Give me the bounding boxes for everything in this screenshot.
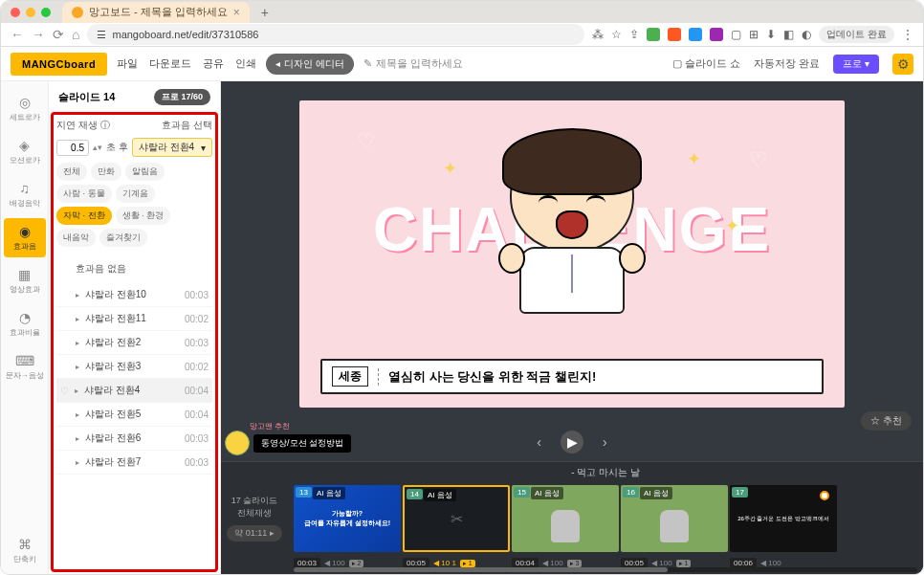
rail-setloca[interactable]: ◎세트로카 [4, 89, 46, 128]
canvas-area: CHALLENGE ✦ ✦ ✦ [221, 81, 923, 574]
download-icon[interactable]: ⬇ [766, 28, 776, 41]
thumb-audio-count[interactable]: ▸ 1 [676, 560, 692, 567]
play-icon[interactable]: ▸ [76, 363, 79, 371]
thumb-volume[interactable]: ◀ 100 [760, 559, 781, 567]
reload-button[interactable]: ⟳ [53, 27, 64, 42]
rail-motionloca[interactable]: ◈모션로카 [4, 132, 46, 171]
settings-button[interactable]: ⚙ [892, 54, 913, 75]
timeline-thumb[interactable]: 1726주간 즐거운 도전은 망고뱅크에서 [730, 485, 837, 552]
thumb-number: 13 [296, 487, 312, 498]
cat-life[interactable]: 생활 · 환경 [116, 207, 171, 225]
title-input[interactable]: ✎ 제목을 입력하세요 [363, 56, 663, 71]
profile-icon[interactable]: ◐ [802, 28, 811, 41]
play-button[interactable]: ▶ [561, 431, 583, 453]
play-icon[interactable]: ▸ [76, 315, 79, 323]
logo[interactable]: MANGCboard [11, 53, 107, 76]
thumb-volume[interactable]: ◀ 100 [651, 559, 672, 567]
prev-slide-button[interactable]: ‹ [537, 434, 541, 450]
heart-icon[interactable]: ♡ [60, 386, 69, 396]
browser-tab[interactable]: 망고보드 - 제목을 입력하세요 × [62, 2, 250, 23]
share-icon[interactable]: ⇪ [629, 28, 639, 41]
effect-row[interactable]: ▸샤랄라 전환500:04 [56, 403, 212, 427]
character-illustration [481, 138, 663, 348]
effect-duration: 00:02 [185, 362, 209, 372]
play-icon[interactable]: ▸ [76, 291, 79, 299]
cat-machine[interactable]: 기계음 [116, 185, 155, 203]
minimize-window-icon[interactable] [26, 8, 35, 17]
extensions-icon[interactable]: ◧ [783, 28, 794, 41]
menu-print[interactable]: 인쇄 [235, 56, 256, 71]
play-icon[interactable]: ▸ [76, 458, 79, 467]
rail-sfx[interactable]: ◉효과음 [4, 218, 46, 257]
slideshow-button[interactable]: ▢ 슬라이드 쇼 [672, 56, 740, 71]
effect-row[interactable]: ♡▸샤랄라 전환400:04 [56, 379, 212, 403]
effect-dropdown[interactable]: 샤랄라 전환4 ▾ [132, 138, 212, 157]
thumb-audio-count[interactable]: ▸ 2 [349, 560, 364, 567]
extension-icon[interactable] [668, 28, 681, 41]
menu-file[interactable]: 파일 [117, 56, 138, 71]
effect-row[interactable]: ▸샤랄라 전환700:03 [56, 451, 212, 475]
cat-person[interactable]: 사람 · 동물 [56, 185, 112, 203]
rail-videosfx[interactable]: ▦영상효과 [4, 261, 46, 300]
pro-badge[interactable]: 프로 ▾ [833, 55, 879, 74]
menu-download[interactable]: 다운로드 [149, 56, 191, 71]
timeline-thumb[interactable]: 14AI 음성✂ [403, 485, 510, 552]
cat-cartoon[interactable]: 만화 [91, 163, 121, 181]
close-window-icon[interactable] [11, 8, 20, 17]
bookmark-icon[interactable]: ☆ [611, 28, 622, 41]
design-editor-toggle[interactable]: ◂ 디자인 에디터 [266, 54, 354, 75]
play-icon[interactable]: ▸ [75, 387, 78, 395]
extension-icon[interactable] [710, 28, 723, 41]
play-icon[interactable]: ▸ [76, 410, 79, 419]
close-tab-icon[interactable]: × [233, 6, 240, 19]
thumb-volume[interactable]: ◀ 100 [324, 559, 345, 567]
translate-icon[interactable]: ⁂ [592, 28, 604, 41]
rail-shortcut[interactable]: ⌘단축키 [4, 531, 46, 574]
back-button[interactable]: ← [11, 27, 24, 42]
total-duration-pill[interactable]: 약 01:11 ▸ [227, 525, 282, 542]
menu-icon[interactable]: ⋮ [902, 28, 913, 41]
slide-preview[interactable]: CHALLENGE ✦ ✦ ✦ [299, 100, 845, 408]
window-icon[interactable]: ▢ [731, 28, 741, 41]
delay-input[interactable] [56, 140, 89, 156]
effect-row[interactable]: ▸샤랄라 전환200:03 [56, 331, 212, 355]
forward-button[interactable]: → [32, 27, 45, 42]
cat-caption[interactable]: 자막 · 전환 [56, 207, 112, 225]
home-button[interactable]: ⌂ [72, 27, 79, 42]
thumb-volume[interactable]: ◀ 100 [542, 559, 563, 567]
timeline-thumb[interactable]: 13AI 음성가능할까? 급여를 자유롭게 설정하세요! [294, 485, 401, 552]
thumb-audio-count[interactable]: ▸ 1 [460, 560, 475, 567]
mascot-tip[interactable]: 망고맨 추천 동영상/모션 설정방법 [225, 431, 351, 455]
maximize-window-icon[interactable] [41, 8, 51, 17]
cat-fav[interactable]: 즐겨찾기 [99, 229, 147, 247]
url-field[interactable]: ☰ mangoboard.net/edit/37310586 [87, 24, 584, 45]
cat-content[interactable]: 내음악 [56, 229, 96, 247]
new-tab-button[interactable]: + [255, 5, 275, 20]
play-icon[interactable]: ▸ [76, 434, 79, 443]
timeline-thumb[interactable]: 16AI 음성 [621, 485, 728, 552]
extension-icon[interactable] [647, 28, 660, 41]
cat-all[interactable]: 전체 [56, 163, 87, 181]
extension-icon[interactable] [689, 28, 702, 41]
timeline-thumb[interactable]: 15AI 음성 [512, 485, 619, 552]
no-effect-option[interactable]: 효과음 없음 [56, 254, 212, 283]
next-slide-button[interactable]: › [603, 434, 607, 450]
thumb-volume[interactable]: ◀ 10 1 [433, 559, 456, 567]
cat-alert[interactable]: 알림음 [125, 163, 165, 181]
effect-row[interactable]: ▸샤랄라 전환1000:03 [56, 283, 212, 307]
thumb-audio-count[interactable]: ▸ 3 [567, 560, 583, 567]
menu-share[interactable]: 공유 [203, 56, 224, 71]
rail-tts[interactable]: ⌨문자→음성 [4, 347, 46, 387]
effect-row[interactable]: ▸샤랄라 전환300:02 [56, 355, 212, 379]
play-icon[interactable]: ▸ [76, 339, 79, 347]
slide-label: 슬라이드 14 [58, 90, 115, 104]
timeline-scrollbar[interactable] [294, 567, 917, 572]
update-button[interactable]: 업데이트 완료 [819, 26, 894, 43]
recommend-button[interactable]: ☆ 추천 [861, 411, 912, 431]
stepper-icon[interactable]: ▴▾ [93, 143, 102, 152]
qr-icon[interactable]: ⊞ [749, 28, 759, 41]
effect-row[interactable]: ▸샤랄라 전환1100:02 [56, 307, 212, 331]
effect-row[interactable]: ▸샤랄라 전환600:03 [56, 427, 212, 451]
rail-bgm[interactable]: ♫배경음악 [4, 175, 46, 214]
rail-sfxcut[interactable]: ◔효과비율 [4, 304, 46, 343]
